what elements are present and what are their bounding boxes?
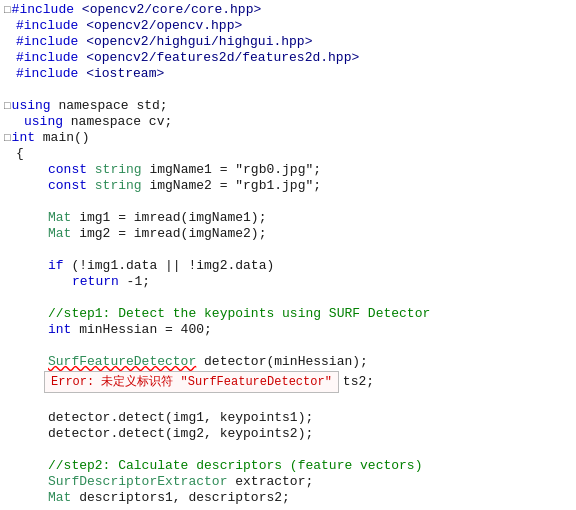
include-path: <iostream> <box>86 66 164 82</box>
keyword-using: using <box>12 98 51 114</box>
type-mat: Mat <box>48 490 71 506</box>
code-line-26: detector.detect(img2, keypoints2); <box>0 426 576 442</box>
code-line-30: Mat descriptors1, descriptors2; <box>0 490 576 506</box>
code-line-blank4 <box>0 290 576 306</box>
collapse-icon-3[interactable]: □ <box>4 130 11 146</box>
keyword-include: #include <box>16 50 86 66</box>
code-text: minHessian = 400; <box>71 322 211 338</box>
code-line-11: const string imgName1 = "rgb0.jpg"; <box>0 162 576 178</box>
code-text: imgName2 = "rgb1.jpg"; <box>142 178 321 194</box>
keyword-include: #include <box>12 2 82 18</box>
keyword-using: using <box>24 114 63 130</box>
code-text: namespace std; <box>51 98 168 114</box>
include-path: <opencv2/highgui/highgui.hpp> <box>86 34 312 50</box>
keyword-include: #include <box>16 66 86 82</box>
code-line-18: return -1; <box>0 274 576 290</box>
collapse-icon-2[interactable]: □ <box>4 98 11 114</box>
surf-feature-detector: SurfFeatureDetector <box>48 354 196 370</box>
error-tooltip-line: Error: 未定义标识符 "SurfFeatureDetector" ts2; <box>0 371 576 393</box>
code-line-blank6 <box>0 394 576 410</box>
code-text: img2 = imread(imgName2); <box>71 226 266 242</box>
code-text: img1 = imread(imgName1); <box>71 210 266 226</box>
code-line-7: □ using namespace std; <box>0 98 576 114</box>
keyword-if: if <box>48 258 64 274</box>
code-line-8: using namespace cv; <box>0 114 576 130</box>
keyword-int: int <box>48 322 71 338</box>
error-box: Error: 未定义标识符 "SurfFeatureDetector" <box>44 371 339 393</box>
code-line-blank5 <box>0 338 576 354</box>
code-line-14: Mat img1 = imread(imgName1); <box>0 210 576 226</box>
comment-step2: //step2: Calculate descriptors (feature … <box>48 458 422 474</box>
code-line-15: Mat img2 = imread(imgName2); <box>0 226 576 242</box>
code-editor: □ #include <opencv2/core/core.hpp> #incl… <box>0 0 576 510</box>
keyword-include: #include <box>16 34 86 50</box>
code-line-10: { <box>0 146 576 162</box>
include-path: <opencv2/opencv.hpp> <box>86 18 242 34</box>
code-line-blank2 <box>0 194 576 210</box>
code-line-5: #include <iostream> <box>0 66 576 82</box>
code-line-21: int minHessian = 400; <box>0 322 576 338</box>
code-line-2: #include <opencv2/opencv.hpp> <box>0 18 576 34</box>
keyword-include: #include <box>16 18 86 34</box>
code-line-25: detector.detect(img1, keypoints1); <box>0 410 576 426</box>
code-text: detector(minHessian); <box>196 354 368 370</box>
error-after-text: ts2; <box>343 374 374 390</box>
code-text: (!img1.data || !img2.data) <box>64 258 275 274</box>
code-line-23: SurfFeatureDetector detector(minHessian)… <box>0 354 576 370</box>
code-text: detector.detect(img2, keypoints2); <box>48 426 313 442</box>
code-text: namespace cv; <box>63 114 172 130</box>
code-line-3: #include <opencv2/highgui/highgui.hpp> <box>0 34 576 50</box>
type-mat: Mat <box>48 210 71 226</box>
error-text: Error: 未定义标识符 "SurfFeatureDetector" <box>51 374 332 390</box>
keyword-const: const <box>48 178 95 194</box>
keyword-const: const <box>48 162 95 178</box>
code-line-17: if (!img1.data || !img2.data) <box>0 258 576 274</box>
keyword-return: return <box>72 274 119 290</box>
code-line-blank7 <box>0 442 576 458</box>
comment-step1: //step1: Detect the keypoints using SURF… <box>48 306 430 322</box>
code-line-blank <box>0 82 576 98</box>
include-path: <opencv2/features2d/features2d.hpp> <box>86 50 359 66</box>
code-text: { <box>16 146 24 162</box>
type-mat: Mat <box>48 226 71 242</box>
keyword-int: int <box>12 130 35 146</box>
collapse-icon-1[interactable]: □ <box>4 2 11 18</box>
code-line-1: □ #include <opencv2/core/core.hpp> <box>0 2 576 18</box>
code-text: detector.detect(img1, keypoints1); <box>48 410 313 426</box>
type-string: string <box>95 178 142 194</box>
code-line-blank3 <box>0 242 576 258</box>
code-text: -1; <box>119 274 150 290</box>
type-string: string <box>95 162 142 178</box>
code-line-20: //step1: Detect the keypoints using SURF… <box>0 306 576 322</box>
code-line-29: SurfDescriptorExtractor extractor; <box>0 474 576 490</box>
code-line-12: const string imgName2 = "rgb1.jpg"; <box>0 178 576 194</box>
surf-descriptor-extractor: SurfDescriptorExtractor <box>48 474 227 490</box>
code-text: descriptors1, descriptors2; <box>71 490 289 506</box>
include-path: <opencv2/core/core.hpp> <box>82 2 261 18</box>
code-line-9: □ int main() <box>0 130 576 146</box>
code-line-28: //step2: Calculate descriptors (feature … <box>0 458 576 474</box>
code-line-4: #include <opencv2/features2d/features2d.… <box>0 50 576 66</box>
code-text: main() <box>35 130 90 146</box>
code-text: imgName1 = "rgb0.jpg"; <box>142 162 321 178</box>
code-text: extractor; <box>227 474 313 490</box>
